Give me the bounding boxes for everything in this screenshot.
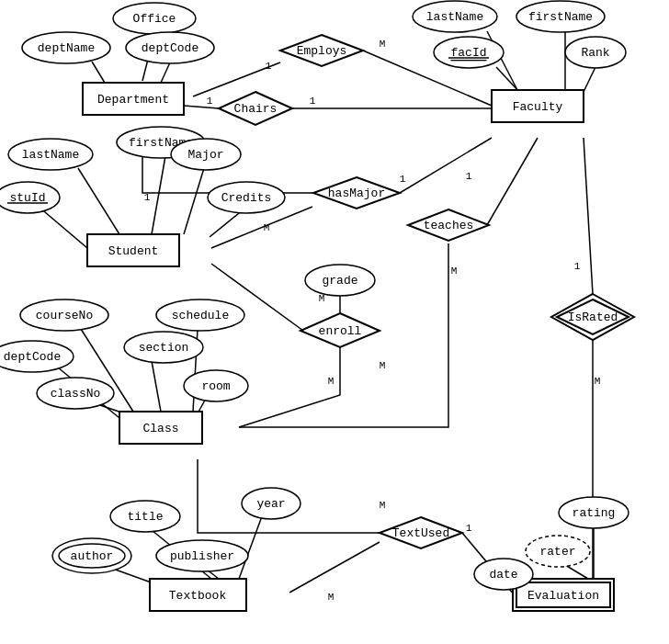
label-firstname-faculty: firstName — [528, 10, 593, 24]
label-faculty: Faculty — [513, 100, 563, 114]
card-student-hasmajor-M: M — [264, 222, 270, 233]
conn-hasmajor-faculty — [400, 138, 492, 193]
label-courseno: courseNo — [36, 309, 93, 322]
label-enroll: enroll — [319, 324, 362, 338]
conn-faculty-israted — [584, 138, 593, 294]
card-dept-hasmajor-1: 1 — [144, 192, 151, 203]
card-enroll-class-M: M — [380, 360, 386, 371]
conn-major-student — [184, 168, 204, 234]
card-faculty-teaches-1: 1 — [466, 171, 472, 182]
conn-credits-student — [210, 209, 244, 237]
card-employs-faculty-M: M — [380, 39, 386, 50]
conn-section-class — [152, 361, 161, 412]
label-chairs: Chairs — [234, 102, 278, 116]
label-lastname-faculty: lastName — [426, 10, 483, 24]
conn-enroll-class — [239, 347, 340, 427]
label-employs: Employs — [297, 44, 347, 58]
label-student: Student — [108, 244, 159, 258]
conn-textused-textbook — [289, 542, 380, 593]
label-lastname-student: lastName — [22, 148, 79, 162]
label-office: Office — [133, 12, 176, 26]
conn-student-hasmajor — [211, 207, 312, 248]
conn-deptcode-dept — [161, 62, 170, 83]
card-textused-M1: M — [380, 500, 386, 511]
card-textused-1: 1 — [466, 523, 472, 534]
card-hasmajor-dept-1: 1 — [400, 174, 406, 185]
card-chairs-faculty-1: 1 — [310, 96, 316, 107]
conn-dept-chairs — [184, 106, 219, 108]
label-rating: rating — [573, 506, 616, 520]
conn-lastname-student — [78, 168, 119, 234]
label-rater: rater — [539, 545, 575, 559]
conn-faculty-teaches — [487, 138, 538, 225]
conn-rank-faculty — [584, 67, 595, 92]
label-hasmajor: hasMajor — [328, 186, 385, 200]
label-deptname: deptName — [38, 41, 95, 55]
card-dept-chairs-1: 1 — [207, 96, 213, 107]
er-diagram: 1 M 1 1 M 1 1 M M M M 1 M M 1 M 1 Depart… — [0, 0, 669, 644]
label-publisher: publisher — [170, 549, 234, 563]
label-year: year — [256, 497, 285, 511]
label-israted: IsRated — [568, 311, 618, 324]
label-major: Major — [187, 148, 223, 162]
card-israted-1: 1 — [574, 261, 581, 272]
label-section: section — [139, 341, 189, 355]
label-teaches: teaches — [424, 219, 474, 232]
conn-rater-eval — [565, 565, 588, 579]
label-date: date — [489, 568, 517, 582]
conn-firstname-student — [152, 156, 165, 234]
conn-stuid-student — [39, 207, 87, 248]
label-schedule: schedule — [172, 309, 229, 322]
card-teaches-class-M: M — [451, 266, 458, 277]
card-dept-employs-1: 1 — [266, 61, 272, 72]
label-classno: classNo — [51, 387, 101, 401]
label-rank: Rank — [581, 46, 609, 60]
label-deptcode-class: deptCode — [4, 350, 61, 364]
label-textused: TextUsed — [392, 526, 449, 540]
label-grade: grade — [322, 274, 357, 288]
label-title: title — [127, 510, 163, 524]
card-israted-M: M — [595, 376, 601, 387]
label-author: author — [71, 549, 114, 563]
label-credits: Credits — [221, 191, 272, 205]
card-enroll-student-M: M — [328, 376, 334, 387]
label-room: room — [201, 379, 230, 393]
label-class: Class — [142, 422, 178, 435]
label-textbook: Textbook — [169, 589, 227, 603]
card-textbook-M: M — [328, 592, 334, 603]
label-department: Department — [97, 93, 169, 107]
label-deptcode-dept: deptCode — [142, 41, 198, 55]
label-evaluation: Evaluation — [527, 589, 599, 603]
